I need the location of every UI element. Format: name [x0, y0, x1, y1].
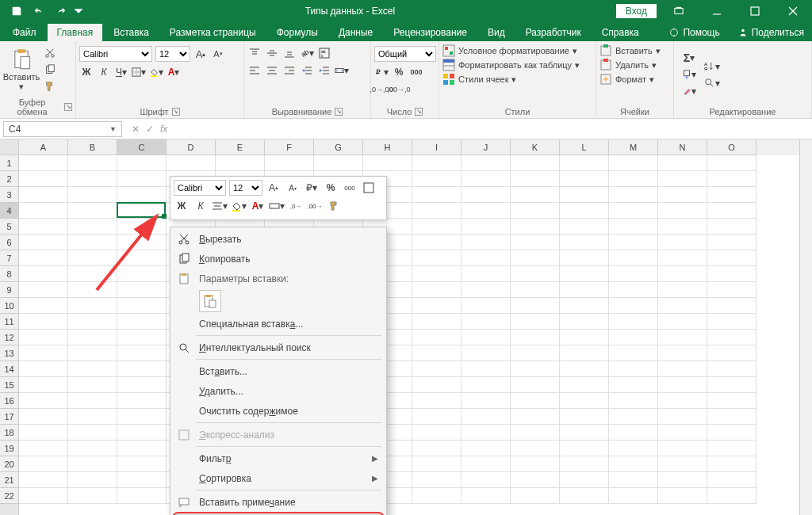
- ctx-clear[interactable]: Очистить содержимое: [172, 401, 385, 421]
- mini-borders-icon[interactable]: [361, 180, 377, 196]
- number-dialog-icon[interactable]: ↘: [415, 108, 423, 116]
- orientation-icon[interactable]: ab▾: [300, 46, 314, 60]
- col-header-O[interactable]: O: [707, 139, 756, 155]
- accounting-icon[interactable]: ₽▾: [374, 65, 389, 79]
- col-header-G[interactable]: G: [314, 139, 363, 155]
- cells-area[interactable]: [19, 155, 799, 504]
- number-format-select[interactable]: Общий: [374, 46, 436, 62]
- mini-font-name[interactable]: Calibri: [174, 180, 226, 196]
- row-header-6[interactable]: 6: [0, 235, 18, 250]
- row-header-17[interactable]: 17: [0, 409, 18, 425]
- row-header-12[interactable]: 12: [0, 330, 18, 345]
- cut-icon[interactable]: [43, 46, 57, 60]
- tab-pagelayout[interactable]: Разметка страницы: [160, 24, 266, 41]
- tab-review[interactable]: Рецензирование: [384, 24, 477, 41]
- clipboard-dialog-icon[interactable]: ↘: [64, 103, 72, 111]
- mini-fill-color-icon[interactable]: ▾: [231, 198, 247, 214]
- align-center-icon[interactable]: [265, 63, 279, 78]
- comma-icon[interactable]: 000: [409, 65, 423, 79]
- italic-icon[interactable]: К: [97, 65, 111, 79]
- row-header-2[interactable]: 2: [0, 171, 18, 187]
- row-header-7[interactable]: 7: [0, 250, 18, 266]
- copy-icon[interactable]: [43, 63, 57, 77]
- row-header-22[interactable]: 22: [0, 488, 18, 504]
- ctx-paste-special[interactable]: Специальная вставка...: [172, 314, 385, 334]
- col-header-H[interactable]: H: [363, 139, 412, 155]
- close-icon[interactable]: [777, 0, 809, 22]
- vertical-scrollbar[interactable]: [799, 139, 812, 515]
- col-header-B[interactable]: B: [68, 139, 117, 155]
- col-header-E[interactable]: E: [216, 139, 265, 155]
- col-header-N[interactable]: N: [658, 139, 707, 155]
- cell-styles-button[interactable]: Стили ячеек▾: [442, 73, 592, 86]
- ctx-insert-comment[interactable]: Вставить примечание: [172, 492, 385, 512]
- enter-formula-icon[interactable]: ✓: [146, 124, 154, 135]
- qat-dropdown-icon[interactable]: [73, 2, 84, 21]
- row-header-16[interactable]: 16: [0, 393, 18, 409]
- col-header-D[interactable]: D: [167, 139, 216, 155]
- col-header-K[interactable]: K: [511, 139, 560, 155]
- formula-input[interactable]: [177, 121, 812, 137]
- mini-grow-font-icon[interactable]: A▴: [266, 180, 282, 196]
- mini-comma-icon[interactable]: 000: [342, 180, 358, 196]
- increase-indent-icon[interactable]: [317, 63, 331, 78]
- paste-button[interactable]: Вставить▾: [3, 43, 40, 97]
- tab-developer[interactable]: Разработчик: [516, 24, 591, 41]
- fill-color-icon[interactable]: ▾: [149, 65, 163, 79]
- mini-font-size[interactable]: 12: [229, 180, 262, 196]
- bold-icon[interactable]: Ж: [79, 65, 94, 79]
- increase-font-icon[interactable]: A▴: [193, 47, 208, 61]
- mini-format-painter-icon[interactable]: [326, 198, 342, 214]
- format-painter-icon[interactable]: [43, 79, 57, 93]
- col-header-I[interactable]: I: [412, 139, 462, 155]
- row-header-4[interactable]: 4: [0, 203, 18, 219]
- row-header-11[interactable]: 11: [0, 314, 18, 330]
- ctx-filter[interactable]: Фильтр▶: [172, 448, 385, 468]
- find-select-icon[interactable]: ▾: [703, 76, 722, 90]
- col-header-C[interactable]: C: [117, 139, 167, 155]
- mini-italic-icon[interactable]: К: [193, 198, 209, 214]
- redo-icon[interactable]: [51, 2, 71, 21]
- row-header-3[interactable]: 3: [0, 187, 18, 203]
- undo-icon[interactable]: [29, 2, 49, 21]
- font-dialog-icon[interactable]: ↘: [172, 108, 180, 116]
- borders-icon[interactable]: ▾: [132, 65, 146, 79]
- tab-insert[interactable]: Вставка: [104, 24, 159, 41]
- mini-bold-icon[interactable]: Ж: [174, 198, 190, 214]
- mini-accounting-icon[interactable]: ₽▾: [304, 180, 320, 196]
- tab-home[interactable]: Главная: [48, 24, 103, 41]
- align-left-icon[interactable]: [247, 63, 262, 78]
- tab-data[interactable]: Данные: [329, 24, 382, 41]
- row-header-9[interactable]: 9: [0, 282, 18, 298]
- decrease-indent-icon[interactable]: [300, 63, 314, 78]
- font-name-select[interactable]: Calibri: [79, 46, 152, 62]
- cancel-formula-icon[interactable]: ✕: [132, 124, 140, 135]
- font-size-select[interactable]: 12: [155, 46, 190, 62]
- sort-filter-icon[interactable]: АЯ▾: [703, 59, 722, 74]
- row-header-1[interactable]: 1: [0, 155, 18, 171]
- ribbon-display-icon[interactable]: [663, 0, 695, 22]
- fill-icon[interactable]: ▾: [682, 67, 696, 82]
- tab-formulas[interactable]: Формулы: [267, 24, 327, 41]
- save-icon[interactable]: [6, 2, 27, 21]
- mini-merge-icon[interactable]: ▾: [269, 198, 285, 214]
- row-header-21[interactable]: 21: [0, 472, 18, 488]
- row-header-18[interactable]: 18: [0, 425, 18, 441]
- col-header-L[interactable]: L: [560, 139, 609, 155]
- merge-icon[interactable]: ▾: [335, 63, 349, 78]
- align-bottom-icon[interactable]: [282, 46, 297, 60]
- mini-font-color-icon[interactable]: А▾: [250, 198, 266, 214]
- mini-shrink-font-icon[interactable]: A▾: [285, 180, 301, 196]
- increase-decimal-icon[interactable]: ,0→,00: [374, 82, 389, 97]
- mini-percent-icon[interactable]: %: [323, 180, 339, 196]
- col-header-A[interactable]: A: [19, 139, 68, 155]
- ctx-format-cells[interactable]: Формат ячеек...: [172, 512, 385, 515]
- delete-cells-button[interactable]: Удалить▾: [599, 59, 670, 71]
- mini-inc-decimal-icon[interactable]: ,0→: [288, 198, 304, 214]
- tab-help[interactable]: Справка: [592, 24, 649, 41]
- align-right-icon[interactable]: [282, 63, 297, 78]
- col-header-J[interactable]: J: [462, 139, 511, 155]
- ctx-delete[interactable]: Удалить...: [172, 381, 385, 401]
- autosum-icon[interactable]: Σ▾: [682, 51, 696, 65]
- conditional-formatting-button[interactable]: Условное форматирование▾: [442, 44, 592, 57]
